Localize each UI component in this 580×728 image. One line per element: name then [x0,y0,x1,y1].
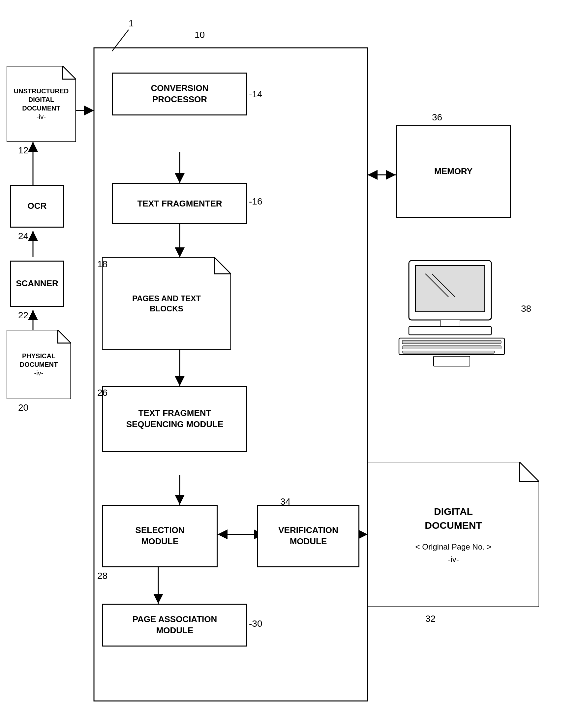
conversion-processor-label: CONVERSIONPROCESSOR [151,83,209,105]
digital-doc-shape: DIGITALDOCUMENT < Original Page No. > -i… [368,462,539,607]
selection-module-label: SELECTIONMODULE [135,525,185,547]
svg-rect-30 [402,340,501,344]
pages-text-blocks-shape: PAGES AND TEXTBLOCKS [102,257,231,350]
unstructured-doc-label: UNSTRUCTUREDDIGITALDOCUMENT-iv- [14,87,69,121]
verification-module-box: VERIFICATIONMODULE [257,505,360,567]
unstructured-doc-shape: UNSTRUCTUREDDIGITALDOCUMENT-iv- [7,66,76,142]
text-fragmenter-box: TEXT FRAGMENTER [112,183,247,224]
svg-rect-6 [94,48,368,701]
ref-36: 36 [432,112,442,123]
memory-box: MEMORY [396,125,511,218]
svg-rect-31 [402,346,501,349]
ocr-box: OCR [10,185,64,228]
ref-38: 38 [521,304,531,314]
svg-rect-24 [416,265,485,312]
pages-text-blocks-label: PAGES AND TEXTBLOCKS [132,293,201,314]
conversion-processor-box: CONVERSIONPROCESSOR [112,73,247,115]
ref-10: 10 [194,30,205,40]
digital-doc-label: DIGITALDOCUMENT [416,505,492,532]
ref-22: 22 [18,310,28,321]
ref-28: 28 [97,571,107,581]
ref-14: -14 [249,89,262,100]
ref-26: 26 [97,388,107,398]
svg-rect-27 [440,320,460,327]
text-fragmenter-label: TEXT FRAGMENTER [137,198,222,209]
svg-rect-28 [409,327,491,335]
page-association-label: PAGE ASSOCIATIONMODULE [133,614,217,636]
svg-rect-32 [402,351,495,353]
scanner-label: SCANNER [16,278,58,289]
diagram-container: 1 10 CONVERSIONPROCESSOR -14 TEXT FRAGME… [0,0,580,728]
svg-line-7 [112,30,129,51]
ref-24: 24 [18,231,28,241]
ocr-label: OCR [28,201,47,212]
physical-doc-shape: PHYSICALDOCUMENT-iv- [7,330,71,399]
ref-18: 18 [97,259,107,269]
text-fragment-sequencing-label: TEXT FRAGMENTSEQUENCING MODULE [126,408,223,430]
ref-32: 32 [425,614,436,624]
scanner-box: SCANNER [10,261,64,307]
svg-rect-33 [433,356,470,366]
digital-doc-iv: -iv- [416,555,492,564]
verification-module-label: VERIFICATIONMODULE [278,525,338,547]
digital-doc-page-no: < Original Page No. > [416,542,492,551]
memory-label: MEMORY [434,166,473,177]
ref-20: 20 [18,402,28,413]
computer-icon [383,257,521,369]
physical-doc-label: PHYSICALDOCUMENT-iv- [20,352,58,378]
ref-1: 1 [129,18,134,29]
text-fragment-sequencing-box: TEXT FRAGMENTSEQUENCING MODULE [102,386,247,452]
ref-30: -30 [249,619,262,629]
ref-16: -16 [249,196,262,207]
ref-12: 12 [18,145,28,156]
page-association-box: PAGE ASSOCIATIONMODULE [102,604,247,647]
ref-34: 34 [280,496,290,507]
selection-module-box: SELECTIONMODULE [102,505,218,567]
